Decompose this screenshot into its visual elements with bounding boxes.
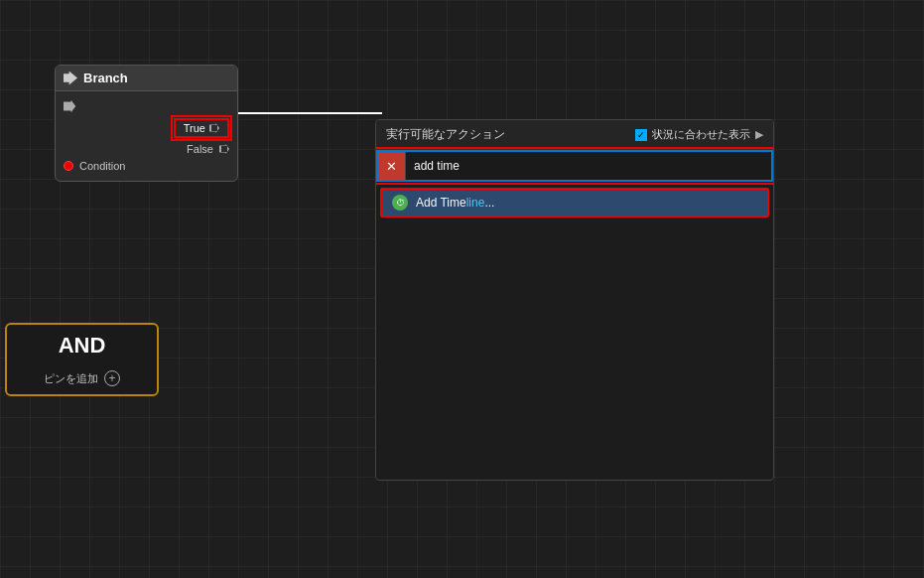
search-input[interactable] xyxy=(406,155,771,177)
false-arrow-pin xyxy=(219,144,229,154)
filter-arrow-icon: ▶ xyxy=(755,128,763,141)
context-menu-title: 実行可能なアクション xyxy=(386,126,505,143)
checkbox-tick: ✓ xyxy=(637,130,645,140)
true-label: True xyxy=(184,122,205,134)
filter-label: 状況に合わせた表示 xyxy=(652,127,750,142)
condition-label: Condition xyxy=(79,160,125,172)
and-node: AND ピンを追加 + xyxy=(5,323,159,396)
exec-input-pin xyxy=(64,100,75,112)
condition-row: Condition xyxy=(56,157,237,175)
add-pin-row[interactable]: ピンを追加 + xyxy=(7,366,157,394)
true-connector-line xyxy=(238,112,382,114)
filter-checkbox-row[interactable]: ✓ 状況に合わせた表示 ▶ xyxy=(635,127,763,142)
timeline-icon: ⏱ xyxy=(392,195,408,211)
true-output-pin[interactable]: True xyxy=(174,118,229,138)
condition-pin xyxy=(64,161,73,171)
context-menu-panel: 実行可能なアクション ✓ 状況に合わせた表示 ▶ ✕ ⏱ Add Timelin… xyxy=(375,119,774,481)
search-close-button[interactable]: ✕ xyxy=(378,152,406,180)
close-icon: ✕ xyxy=(386,159,397,174)
result-text-highlight: line xyxy=(466,196,485,210)
branch-node-body: True False Condition xyxy=(56,91,237,181)
false-pin-row: False xyxy=(56,141,237,157)
and-node-body: AND xyxy=(7,325,157,366)
branch-node-title: Branch xyxy=(83,71,128,85)
filter-checkbox[interactable]: ✓ xyxy=(635,129,647,141)
result-text-add-timeline: Add Timeline... xyxy=(416,196,494,210)
context-menu-header: 実行可能なアクション ✓ 状況に合わせた表示 ▶ xyxy=(376,120,773,150)
result-item-add-timeline[interactable]: ⏱ Add Timeline... xyxy=(380,188,769,217)
add-pin-button[interactable]: + xyxy=(104,370,120,386)
branch-node: Branch True False Condition xyxy=(55,65,238,182)
add-pin-label: ピンを追加 xyxy=(44,371,98,386)
result-text-after: ... xyxy=(484,196,494,210)
search-results-list: ⏱ Add Timeline... xyxy=(376,182,773,480)
false-label: False xyxy=(187,143,213,155)
true-pin-row: True xyxy=(56,115,237,141)
branch-node-icon xyxy=(64,72,77,85)
search-bar[interactable]: ✕ xyxy=(376,150,773,182)
and-node-title: AND xyxy=(19,333,145,359)
exec-input-row xyxy=(56,97,237,115)
true-arrow-pin xyxy=(209,123,219,133)
branch-node-header: Branch xyxy=(56,66,237,91)
result-text-before: Add Time xyxy=(416,196,466,210)
add-pin-plus: + xyxy=(108,372,115,384)
